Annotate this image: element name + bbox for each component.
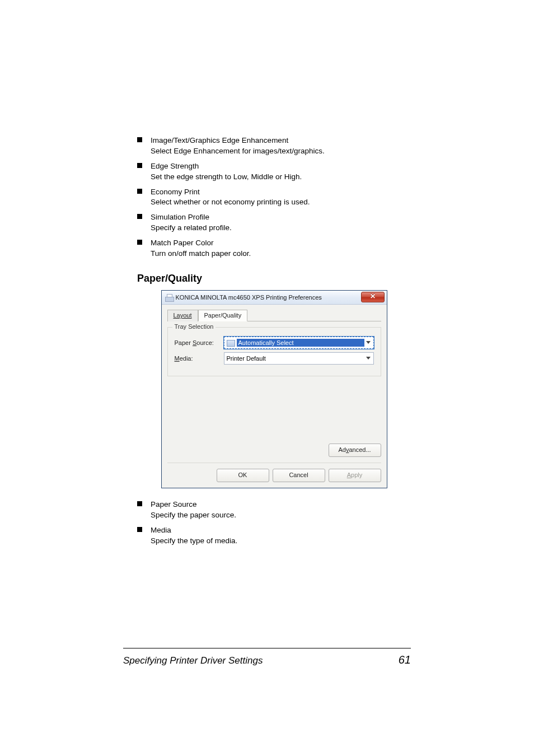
square-bullet-icon xyxy=(137,501,142,506)
bullet-title: Paper Source xyxy=(151,500,411,510)
tray-icon xyxy=(227,339,235,347)
section-heading: Paper/Quality xyxy=(137,273,411,284)
combo-value: Automatically Select xyxy=(237,339,364,347)
window-title: KONICA MINOLTA mc4650 XPS Printing Prefe… xyxy=(176,294,361,301)
page-number: 61 xyxy=(399,654,411,666)
printer-icon xyxy=(165,294,173,301)
chevron-down-icon xyxy=(366,341,371,344)
bullet-title: Match Paper Color xyxy=(151,238,411,249)
tab-label: Layout xyxy=(174,312,192,319)
square-bullet-icon xyxy=(137,163,142,168)
titlebar: KONICA MINOLTA mc4650 XPS Printing Prefe… xyxy=(162,291,387,305)
chevron-down-icon xyxy=(366,357,371,360)
list-item: Image/Text/Graphics Edge Enhancement Sel… xyxy=(137,136,411,157)
square-bullet-icon xyxy=(137,240,142,245)
combo-value: Printer Default xyxy=(227,355,364,362)
group-legend: Tray Selection xyxy=(172,323,216,330)
printing-preferences-dialog: KONICA MINOLTA mc4650 XPS Printing Prefe… xyxy=(161,290,387,488)
bullet-title: Edge Strength xyxy=(151,161,411,172)
list-item: Match Paper Color Turn on/off match pape… xyxy=(137,238,411,259)
dialog-body: Layout Paper/Quality Tray Selection Pape… xyxy=(162,305,387,488)
bullet-list-top: Image/Text/Graphics Edge Enhancement Sel… xyxy=(137,136,411,259)
dialog-screenshot: KONICA MINOLTA mc4650 XPS Printing Prefe… xyxy=(137,290,411,488)
close-button[interactable]: ✕ xyxy=(361,292,385,302)
list-item: Simulation Profile Specify a related pro… xyxy=(137,212,411,234)
page-footer: Specifying Printer Driver Settings 61 xyxy=(123,654,411,666)
advanced-button[interactable]: Advanced... xyxy=(329,444,381,457)
advanced-row: Advanced... xyxy=(167,444,381,457)
bullet-desc: Set the edge strength to Low, Middle or … xyxy=(151,172,411,183)
tab-paper-quality[interactable]: Paper/Quality xyxy=(198,310,248,321)
bullet-desc: Specify the paper source. xyxy=(151,510,411,521)
tab-label: Paper/Quality xyxy=(204,312,242,319)
bullet-title: Economy Print xyxy=(151,187,411,198)
apply-button[interactable]: Apply xyxy=(329,469,381,482)
tab-strip: Layout Paper/Quality xyxy=(167,309,381,321)
paper-source-label: Paper Source: xyxy=(175,339,224,346)
dialog-footer: OK Cancel Apply xyxy=(167,463,381,482)
media-row: Media: Printer Default xyxy=(175,352,374,365)
bullet-desc: Select Edge Enhancement for images/text/… xyxy=(151,146,411,157)
square-bullet-icon xyxy=(137,137,142,142)
tray-selection-group: Tray Selection Paper Source: Automatical… xyxy=(167,327,381,376)
media-label: Media: xyxy=(175,355,224,362)
square-bullet-icon xyxy=(137,189,142,194)
square-bullet-icon xyxy=(137,214,142,219)
footer-divider xyxy=(123,648,411,648)
list-item: Edge Strength Set the edge strength to L… xyxy=(137,161,411,183)
bullet-title: Image/Text/Graphics Edge Enhancement xyxy=(151,136,411,146)
bullet-desc: Select whether or not economy printing i… xyxy=(151,197,411,208)
media-combo[interactable]: Printer Default xyxy=(224,352,374,365)
cancel-button[interactable]: Cancel xyxy=(273,469,325,482)
paper-source-combo[interactable]: Automatically Select xyxy=(224,337,374,349)
list-item: Media Specify the type of media. xyxy=(137,525,411,547)
bullet-list-bottom: Paper Source Specify the paper source. M… xyxy=(137,500,411,547)
bullet-desc: Specify the type of media. xyxy=(151,536,411,547)
bullet-title: Media xyxy=(151,525,411,536)
list-item: Economy Print Select whether or not econ… xyxy=(137,187,411,208)
footer-title: Specifying Printer Driver Settings xyxy=(123,655,263,666)
tab-layout[interactable]: Layout xyxy=(167,310,198,321)
bullet-desc: Specify a related profile. xyxy=(151,223,411,234)
list-item: Paper Source Specify the paper source. xyxy=(137,500,411,521)
bullet-desc: Turn on/off match paper color. xyxy=(151,249,411,259)
bullet-title: Simulation Profile xyxy=(151,212,411,223)
ok-button[interactable]: OK xyxy=(217,469,269,482)
paper-source-row: Paper Source: Automatically Select xyxy=(175,337,374,349)
square-bullet-icon xyxy=(137,527,142,532)
